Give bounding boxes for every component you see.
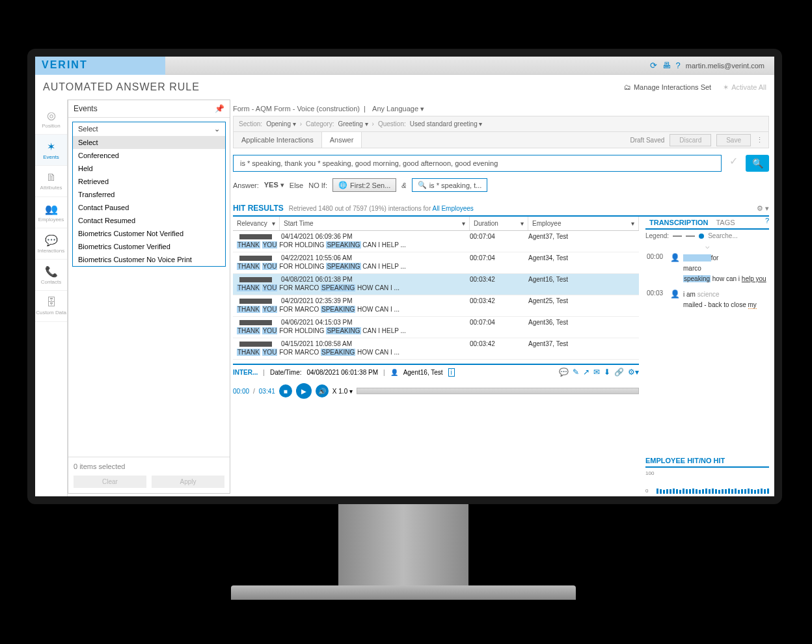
first-sentences-pill[interactable]: 🌐 First:2 Sen... <box>332 178 396 192</box>
col-duration[interactable]: Duration▾ <box>470 217 528 230</box>
sidebar-item-contacts[interactable]: 📞Contacts <box>35 260 67 291</box>
apply-button[interactable]: Apply <box>152 476 224 488</box>
chart-bar <box>705 489 707 494</box>
transcription-body[interactable]: 00:00 👤 for marco speaking how can i hel… <box>645 250 769 453</box>
info-icon[interactable]: i <box>448 368 455 377</box>
event-option[interactable]: Biometrics Customer No Voice Print <box>73 253 225 266</box>
sidebar-item-attributes[interactable]: 🗎Attributes <box>35 166 67 197</box>
player-date: 04/08/2021 06:01:38 PM <box>306 369 378 376</box>
chart-bar <box>761 489 763 494</box>
chart-bar <box>709 489 710 494</box>
play-button[interactable]: ▶ <box>296 383 312 399</box>
edit-icon[interactable]: ✎ <box>573 368 579 377</box>
sidebar-item-employees[interactable]: 👥Employees <box>35 197 67 228</box>
event-option[interactable]: Biometrics Customer Not Verified <box>73 227 225 240</box>
chart-bar <box>696 489 697 494</box>
chart-bar <box>673 489 675 494</box>
chart-bar <box>731 489 733 494</box>
event-option[interactable]: Biometrics Customer Verified <box>73 240 225 253</box>
help-icon[interactable]: ? <box>765 217 769 228</box>
tab-answer[interactable]: Answer <box>321 132 362 148</box>
tab-applicable[interactable]: Applicable Interactions <box>234 132 321 148</box>
chart-bar <box>656 489 658 494</box>
bc-section[interactable]: Opening ▾ <box>266 120 296 127</box>
search-term-pill[interactable]: 🔍 is * speaking, t... <box>412 178 488 192</box>
table-row[interactable]: 04/06/2021 04:15:03 PM00:07:04Agent36, T… <box>233 317 639 338</box>
event-option[interactable]: Select <box>73 136 225 149</box>
chart-bar <box>686 489 688 494</box>
chart-bar <box>741 489 743 494</box>
save-button[interactable]: Save <box>716 134 751 146</box>
table-row[interactable]: 04/20/2021 02:35:39 PM00:03:42Agent25, T… <box>233 295 639 317</box>
event-option[interactable]: Transferred <box>73 188 225 201</box>
sidebar-item-custom-data[interactable]: 🗄Custom Data <box>35 291 67 322</box>
discard-button[interactable]: Discard <box>670 134 711 146</box>
clear-button[interactable]: Clear <box>74 476 146 488</box>
check-icon[interactable]: ✓ <box>725 155 742 172</box>
gear-icon[interactable]: ⚙ ▾ <box>757 204 769 213</box>
search-button[interactable]: 🔍 <box>746 155 769 172</box>
document-icon: 🗎 <box>46 172 57 183</box>
col-relevancy[interactable]: Relevancy▾ <box>233 217 280 230</box>
event-option[interactable]: Contact Resumed <box>73 214 225 227</box>
person-icon: 👤 <box>390 369 398 376</box>
progress-track[interactable] <box>357 388 639 394</box>
activate-all-button[interactable]: ✶ Activate All <box>723 83 766 92</box>
events-select[interactable]: Select⌄ Select Conferenced Held Retrieve… <box>72 122 226 267</box>
total-time: 03:41 <box>259 388 275 395</box>
chart-bar <box>751 489 753 494</box>
draft-status: Draft Saved <box>630 137 664 144</box>
sidebar-item-interactions[interactable]: 💬Interactions <box>35 228 67 260</box>
sidebar-item-position[interactable]: ◎Position <box>35 103 67 135</box>
chat-icon: 💬 <box>45 234 58 247</box>
event-option[interactable]: Conferenced <box>73 149 225 162</box>
manage-interactions-button[interactable]: 🗂 Manage Interactions Set <box>624 83 711 92</box>
bc-question[interactable]: Used standard greeting ▾ <box>410 120 483 127</box>
items-selected: 0 items selected <box>74 463 224 470</box>
table-row[interactable]: 04/15/2021 10:08:58 AM00:03:42Agent37, T… <box>233 338 639 360</box>
phone-icon: 📞 <box>45 265 58 278</box>
table-row[interactable]: 04/14/2021 06:09:36 PM00:07:04Agent37, T… <box>233 231 639 252</box>
bc-category[interactable]: Greeting ▾ <box>338 120 368 127</box>
event-option[interactable]: Contact Paused <box>73 201 225 214</box>
chart-bar <box>712 489 714 494</box>
events-title: Events <box>74 104 98 113</box>
emp-chart-title: EMPLOYEE HIT/NO HIT <box>645 457 769 468</box>
pin-icon[interactable]: 📌 <box>215 104 224 113</box>
more-icon[interactable]: ⋮ <box>756 136 763 144</box>
chart-bar <box>689 489 691 494</box>
collapse-icon[interactable]: ⌵ <box>645 242 769 250</box>
query-input[interactable]: is * speaking, thank you * speaking, goo… <box>233 155 722 172</box>
tab-tags[interactable]: TAGS <box>712 217 738 228</box>
language-dropdown[interactable]: Any Language ▾ <box>372 105 424 113</box>
chart-bar <box>676 489 678 494</box>
download-icon[interactable]: ⬇ <box>604 368 610 377</box>
print-icon[interactable]: 🖶 <box>662 60 671 70</box>
user-email[interactable]: martin.melis@verint.com <box>686 62 765 70</box>
mail-icon[interactable]: ✉ <box>593 368 600 377</box>
player-gear-icon[interactable]: ⚙▾ <box>628 368 639 377</box>
stop-button[interactable]: ■ <box>279 384 292 397</box>
refresh-icon[interactable]: ⟳ <box>650 60 657 70</box>
form-title: Form - AQM Form - Voice (construction) <box>233 105 360 113</box>
speed-dropdown[interactable]: X 1.0 ▾ <box>332 388 353 395</box>
share-icon[interactable]: ↗ <box>583 368 589 377</box>
col-employee[interactable]: Employee▾ <box>528 217 639 230</box>
table-row[interactable]: 04/08/2021 06:01:38 PM00:03:42Agent16, T… <box>233 274 639 295</box>
volume-button[interactable]: 🔊 <box>316 384 329 397</box>
chart-bar <box>735 489 737 494</box>
events-panel: Events📌 Select⌄ Select Conferenced Held … <box>68 100 230 494</box>
event-option[interactable]: Retrieved <box>73 175 225 188</box>
all-employees-link[interactable]: All Employees <box>432 205 473 212</box>
topbar: VERINT ⟳ 🖶 ? martin.melis@verint.com <box>35 57 774 75</box>
sidebar-item-events[interactable]: ✶Events <box>35 135 67 166</box>
chart-bar <box>748 489 750 494</box>
col-start[interactable]: Start Time▾ <box>280 217 470 230</box>
answer-yes-dropdown[interactable]: YES ▾ <box>264 181 284 189</box>
comment-icon[interactable]: 💬 <box>559 368 569 377</box>
table-row[interactable]: 04/22/2021 10:55:06 AM00:07:04Agent34, T… <box>233 252 639 274</box>
event-option[interactable]: Held <box>73 162 225 175</box>
help-icon[interactable]: ? <box>676 60 681 70</box>
link-icon[interactable]: 🔗 <box>614 368 624 377</box>
tab-transcription[interactable]: TRANSCRIPTION <box>645 217 712 228</box>
